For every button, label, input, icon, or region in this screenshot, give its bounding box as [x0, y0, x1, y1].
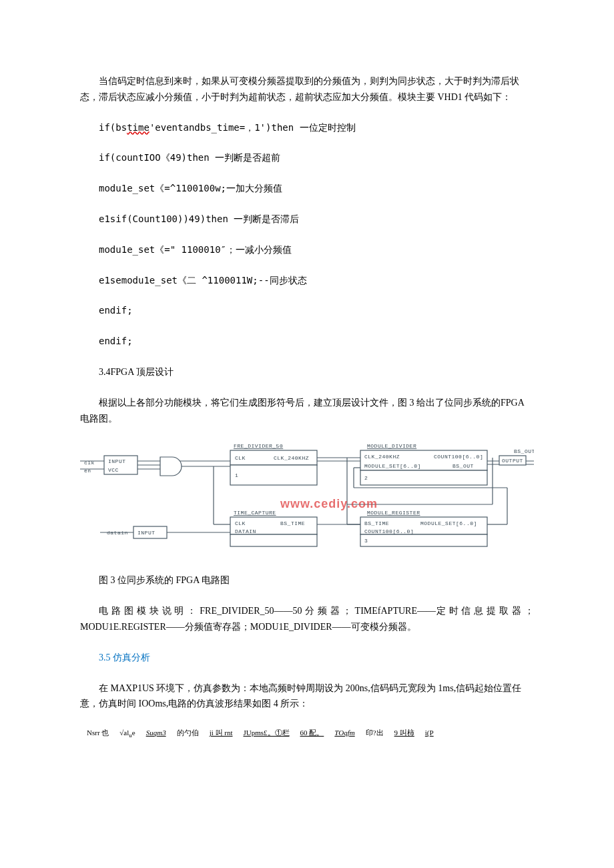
- footer-frag: ji 叫 rnt: [210, 727, 233, 739]
- footer-frag: 9 叫柿: [394, 727, 414, 739]
- svg-text:CLK_240KHZ: CLK_240KHZ: [274, 455, 309, 461]
- module-description: 电 路 图 模 块 说 明 ： FRE_DIVIDER_50——50 分 频 器…: [80, 603, 534, 635]
- port-en: en: [84, 468, 91, 474]
- heading-link: 3.5 仿真分析: [99, 653, 150, 663]
- code-text: if(bs: [99, 122, 127, 133]
- svg-text:CLK: CLK: [235, 455, 246, 461]
- footer-fragments: Nsrr 也 √alue Suqm3 的勺伯 ji 叫 rnt JUpms£。①…: [80, 727, 534, 741]
- paragraph-3-4: 根据以上各部分功能模块，将它们生成图形符号后，建立顶层设计文件，图 3 给出了位…: [80, 395, 534, 427]
- port-bs-out: BS_OUT: [514, 448, 534, 454]
- svg-text:CLK_240KHZ: CLK_240KHZ: [364, 454, 400, 460]
- code-line-4: e1sif(Count100))49)then 一判断是否滞后: [80, 211, 534, 228]
- paragraph-3-5: 在 MAXP1US 环境下，仿真参数为：本地高频时钟周期设为 200ns,信码码…: [80, 681, 534, 713]
- heading-3-5: 3.5 仿真分析: [80, 650, 534, 666]
- code-line-6: e1semodu1e_set《二 ^1100011W;--同步状态: [80, 273, 534, 289]
- code-line-3: modu1e_set《=^1100100w;一加大分频值: [80, 181, 534, 197]
- block-time-capture: TIME_CAPTURE: [234, 510, 276, 516]
- block-module-divider: MODULE_DIVIDER: [367, 443, 416, 449]
- port-clk: clk: [84, 460, 95, 466]
- intro-paragraph: 当信码定时信息到来时，如果从可变模分频器提取到的分频值为，则判为同步状态，大于时…: [80, 73, 534, 105]
- code-line-5: modu1e_set《=" 1100010″；一减小分频值: [80, 242, 534, 258]
- block-module-register: MODULE_REGISTER: [367, 510, 420, 516]
- heading-3-4: 3.4FPGA 顶层设计: [80, 364, 534, 380]
- footer-frag: JUpms£。①栏: [243, 727, 289, 739]
- code-line-1: if(bstime'eventandbs_time=，1')then 一位定时控…: [80, 120, 534, 136]
- code-text: 'eventandbs_time=，1')then 一位定时控制: [149, 122, 356, 133]
- svg-text:OUTPUT: OUTPUT: [502, 458, 523, 464]
- svg-text:2: 2: [364, 475, 368, 481]
- svg-text:MODULE_SET[6..0]: MODULE_SET[6..0]: [364, 463, 421, 469]
- svg-text:BS_TIME: BS_TIME: [364, 520, 389, 526]
- svg-text:COUNT100[6..0]: COUNT100[6..0]: [364, 528, 414, 534]
- watermark: www.cediy.com: [280, 497, 378, 510]
- footer-frag: 的勺伯: [177, 727, 199, 739]
- svg-text:CLK: CLK: [235, 520, 246, 526]
- svg-text:INPUT: INPUT: [137, 530, 156, 536]
- footer-frag: 印?出: [366, 727, 384, 739]
- footer-frag: Nsrr 也: [87, 727, 109, 739]
- svg-text:COUNT100[6..0]: COUNT100[6..0]: [434, 454, 483, 460]
- svg-rect-32: [230, 534, 317, 546]
- footer-frag: √alue: [119, 727, 135, 741]
- footer-frag: 60 配。: [300, 727, 324, 739]
- code-line-7: endif;: [80, 303, 534, 319]
- code-line-8: endif;: [80, 334, 534, 350]
- svg-rect-38: [360, 534, 487, 546]
- svg-text:VCC: VCC: [108, 467, 119, 473]
- svg-text:3: 3: [364, 538, 368, 544]
- code-underlined: time: [127, 122, 149, 133]
- svg-rect-11: [230, 465, 317, 485]
- figure-3-caption: 图 3 位同步系统的 FPGA 电路图: [80, 572, 534, 588]
- svg-text:INPUT: INPUT: [108, 458, 126, 464]
- svg-text:MODULE_SET[6..0]: MODULE_SET[6..0]: [420, 520, 477, 526]
- code-line-2: if(countIOO《49)then 一判断是否超前: [80, 150, 534, 166]
- svg-text:BS_TIME: BS_TIME: [280, 520, 305, 526]
- document-page: 当信码定时信息到来时，如果从可变模分频器提取到的分频值为，则判为同步状态，大于时…: [0, 0, 614, 768]
- svg-text:DATAIN: DATAIN: [235, 528, 256, 534]
- svg-text:BS_OUT: BS_OUT: [452, 463, 474, 469]
- footer-frag: i(P: [425, 727, 434, 739]
- svg-text:1: 1: [235, 472, 238, 478]
- block-fre-divider: FRE_DIVIDER_50: [234, 443, 283, 449]
- footer-frag: TOqfm: [334, 727, 354, 739]
- svg-rect-19: [360, 470, 487, 485]
- fpga-circuit-diagram: clk en INPUT VCC FRE_DIVIDER_50 CLK CLK_…: [80, 441, 534, 558]
- footer-frag: Suqm3: [146, 727, 166, 739]
